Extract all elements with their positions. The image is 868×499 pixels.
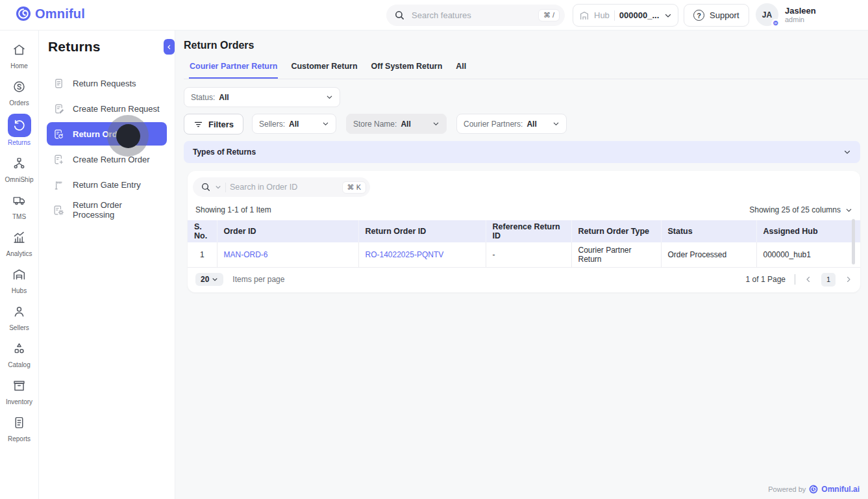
user-role: admin: [785, 16, 816, 24]
filters-button[interactable]: Filters: [184, 114, 243, 134]
omniship-icon: [10, 153, 29, 173]
omniful-footer-logo-icon: [809, 485, 818, 494]
chevron-down-icon: [552, 120, 560, 127]
tab-off-system-return[interactable]: Off System Return: [371, 62, 443, 79]
gear-icon: ⚙: [771, 19, 780, 28]
nav-item-home[interactable]: Home: [1, 40, 38, 70]
return-requests-icon: [53, 78, 64, 89]
pagination-divider: [795, 274, 795, 285]
cell-status: Order Processed: [661, 242, 756, 267]
nav-item-catalog[interactable]: Catalog: [1, 339, 38, 368]
sidebar-item-label: Return Requests: [73, 79, 136, 88]
nav-item-reports[interactable]: Reports: [1, 413, 38, 442]
nav-item-sellers[interactable]: Sellers: [1, 301, 38, 331]
sidebar-item-return-gate-entry[interactable]: Return Gate Entry: [47, 173, 167, 196]
filters-row: Filters Sellers: All Store Name: All Cou…: [184, 114, 868, 134]
return-orders-card: ⌘ K Showing 1-1 of 1 Item Showing 25 of …: [188, 171, 860, 292]
sidebar-item-return-order-processing[interactable]: Return Order Processing: [47, 198, 167, 222]
chevron-down-icon: [664, 12, 672, 19]
sidebar-item-return-requests[interactable]: Return Requests: [47, 71, 167, 95]
order-id-search[interactable]: ⌘ K: [193, 177, 370, 197]
create-return-request-icon: [53, 103, 64, 114]
order-processing-icon: [53, 205, 64, 216]
brand-logo[interactable]: Omniful: [16, 6, 85, 21]
items-per-page-label: Items per page: [232, 275, 284, 284]
cell-reference-return-id: -: [486, 242, 571, 267]
nav-item-returns[interactable]: Returns: [1, 114, 38, 146]
chevron-down-icon: [326, 94, 333, 101]
col-reference-return-id: Reference Return ID: [486, 220, 571, 242]
gate-entry-icon: [53, 179, 64, 190]
hub-divider: [614, 10, 615, 21]
cell-s-no: 1: [188, 242, 217, 267]
sellers-dropdown[interactable]: Sellers: All: [252, 114, 336, 134]
store-name-dropdown[interactable]: Store Name: All: [346, 114, 447, 134]
cell-return-order-id-link[interactable]: RO-14022025-PQNTV: [358, 242, 486, 267]
sidebar-item-return-orders[interactable]: Return Orders: [47, 122, 167, 146]
page-number-button[interactable]: 1: [821, 273, 836, 287]
sidebar-item-label: Return Order Processing: [73, 200, 160, 220]
search-field-chevron-icon[interactable]: [215, 184, 221, 190]
col-status: Status: [661, 220, 756, 242]
user-menu[interactable]: JA ⚙ Jasleen admin: [756, 3, 868, 26]
nav-item-hubs[interactable]: Hubs: [1, 264, 38, 294]
search-icon: [394, 10, 405, 21]
cell-order-id-link[interactable]: MAN-ORD-6: [217, 242, 358, 267]
cell-return-order-type: Courier Partner Return: [571, 242, 661, 267]
items-per-page-select[interactable]: 20: [195, 273, 223, 286]
sidebar-title: Returns: [39, 31, 175, 55]
nav-item-analytics[interactable]: Analytics: [1, 227, 38, 257]
column-visibility-toggle[interactable]: Showing 25 of 25 columns: [749, 205, 852, 214]
pagination-bar: 20 Items per page 1 of 1 Page 1: [188, 268, 860, 292]
types-of-returns-accordion[interactable]: Types of Returns: [184, 141, 860, 163]
hub-icon: [579, 10, 589, 21]
chevron-left-icon[interactable]: [804, 275, 812, 283]
create-return-order-icon: [53, 154, 64, 165]
types-of-returns-label: Types of Returns: [193, 147, 256, 157]
global-search-input[interactable]: [412, 10, 538, 20]
search-divider: [225, 183, 226, 192]
return-type-tabs: Courier Partner Return Customer Return O…: [184, 62, 868, 79]
tab-courier-partner-return[interactable]: Courier Partner Return: [189, 62, 278, 79]
sidebar-item-label: Create Return Request: [73, 104, 160, 114]
col-assigned-hub: Assigned Hub: [756, 220, 860, 242]
warehouse-icon: [10, 264, 29, 284]
nav-item-inventory[interactable]: Inventory: [1, 376, 38, 405]
search-shortcut-badge: ⌘ /: [538, 9, 560, 21]
sidebar-item-label: Return Orders: [73, 129, 130, 139]
user-name: Jasleen: [785, 6, 816, 16]
status-dropdown[interactable]: Status: All: [184, 87, 340, 107]
orders-icon: [10, 77, 29, 96]
returns-icon: [8, 114, 31, 137]
global-search[interactable]: ⌘ /: [386, 5, 565, 26]
person-icon: [10, 301, 29, 321]
omniful-logo-icon: [16, 6, 31, 21]
col-return-order-id: Return Order ID: [358, 220, 486, 242]
avatar-initials: JA: [762, 10, 772, 19]
support-button[interactable]: ? Support: [684, 4, 749, 27]
nav-item-orders[interactable]: Orders: [1, 77, 38, 107]
nav-item-tms[interactable]: TMS: [1, 190, 38, 220]
sidebar-item-create-return-request[interactable]: Create Return Request: [47, 97, 167, 120]
chevron-down-icon: [322, 120, 329, 127]
tab-customer-return[interactable]: Customer Return: [290, 62, 358, 79]
report-icon: [10, 413, 29, 432]
primary-nav: Home Orders Returns OmniShip TMS Analyti…: [0, 31, 39, 499]
nav-item-omniship[interactable]: OmniShip: [1, 153, 38, 183]
order-id-search-input[interactable]: [230, 183, 338, 192]
courier-partners-dropdown[interactable]: Courier Partners: All: [456, 114, 567, 134]
sidebar-collapse-button[interactable]: [164, 39, 175, 55]
main-content: Return Orders Courier Partner Return Cus…: [175, 31, 868, 499]
sidebar-item-create-return-order[interactable]: Create Return Order: [47, 147, 167, 171]
hub-selector[interactable]: Hub 000000_...: [573, 4, 678, 27]
table-scrollbar[interactable]: [852, 219, 855, 264]
home-icon: [10, 40, 29, 59]
footer-brand-link[interactable]: Omniful.ai: [821, 485, 860, 494]
tab-all[interactable]: All: [455, 62, 467, 79]
brand-name: Omniful: [35, 6, 85, 21]
chevron-right-icon[interactable]: [845, 275, 852, 283]
search-icon: [201, 182, 211, 192]
help-circle-icon: ?: [693, 10, 704, 21]
return-orders-table: S. No. Order ID Return Order ID Referenc…: [188, 220, 860, 268]
page-info-text: 1 of 1 Page: [746, 275, 786, 284]
